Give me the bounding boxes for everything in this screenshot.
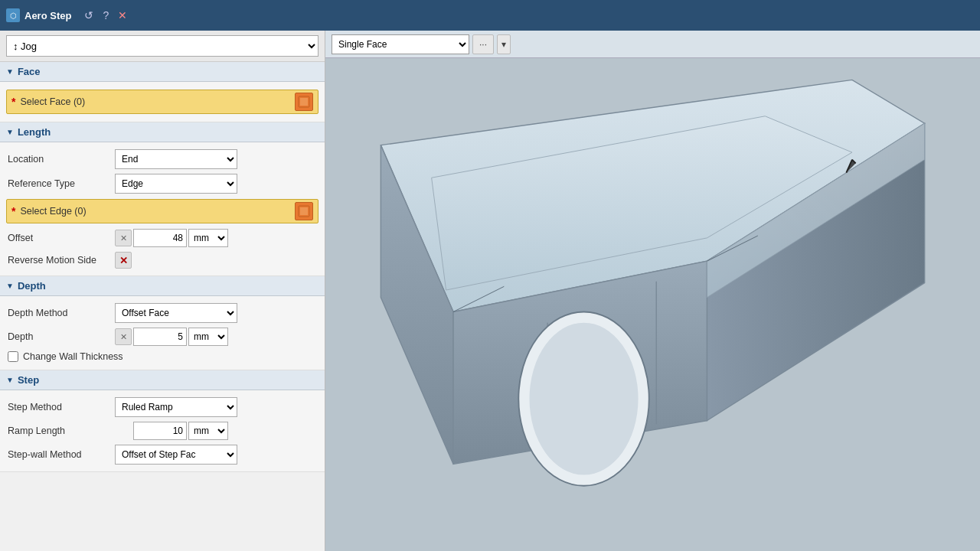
help-button[interactable]: ?	[99, 8, 113, 22]
reference-type-label: Reference Type	[8, 178, 115, 189]
ramp-length-unit-select[interactable]: mm cm in	[188, 422, 228, 440]
step-method-select[interactable]: Ruled Ramp Normal to Edge Tangent	[115, 397, 237, 417]
view-mode-select[interactable]: Single Face Top Front Right Isometric	[332, 34, 469, 54]
face-section-label: Face	[18, 66, 41, 77]
view-dropdown-button[interactable]: ▾	[497, 34, 511, 54]
required-star: *	[11, 96, 15, 108]
step-method-row: Step Method Ruled Ramp Normal to Edge Ta…	[0, 395, 325, 419]
window-title: Aero Step	[24, 10, 71, 21]
close-button[interactable]: ✕	[116, 8, 129, 22]
viewport-content	[325, 58, 980, 551]
depth-arrow-icon: ▼	[6, 282, 14, 290]
offset-row: Offset ✕ mm cm in	[0, 227, 325, 249]
change-wall-checkbox[interactable]	[8, 351, 18, 362]
select-edge-row[interactable]: * Select Edge (0)	[6, 199, 318, 223]
ramp-length-row: Ramp Length mm cm in	[0, 419, 325, 442]
viewport-toolbar: Single Face Top Front Right Isometric ··…	[325, 31, 980, 58]
length-section-content: Location End Start Middle Reference Type…	[0, 142, 325, 276]
depth-method-label: Depth Method	[8, 308, 115, 318]
change-wall-label: Change Wall Thickness	[23, 351, 123, 362]
depth-clear-button[interactable]: ✕	[115, 328, 132, 345]
depth-method-row: Depth Method Offset Face Through All Bli…	[0, 301, 325, 325]
depth-input-group: ✕ mm cm in	[115, 328, 228, 346]
depth-unit-select[interactable]: mm cm in	[188, 328, 228, 346]
ramp-length-input[interactable]	[133, 422, 187, 440]
offset-input-group: ✕ mm cm in	[115, 229, 228, 247]
reference-type-row: Reference Type Edge Face Plane	[0, 171, 325, 196]
face-arrow-icon: ▼	[6, 67, 14, 76]
3d-shape-svg	[325, 58, 980, 551]
face-section-content: * Select Face (0)	[0, 82, 325, 122]
svg-rect-3	[300, 207, 308, 215]
edge-required-star: *	[11, 205, 15, 217]
reference-type-select[interactable]: Edge Face Plane	[115, 174, 237, 194]
svg-point-12	[530, 323, 639, 475]
svg-rect-1	[300, 98, 308, 106]
depth-row: Depth ✕ mm cm in	[0, 325, 325, 348]
offset-clear-button[interactable]: ✕	[115, 230, 132, 246]
select-edge-label: Select Edge (0)	[20, 206, 290, 217]
jog-row: ↕ Jog	[0, 31, 325, 62]
title-bar: ⬡ Aero Step ↺ ? ✕	[0, 0, 980, 31]
depth-section-header[interactable]: ▼ Depth	[0, 276, 325, 296]
offset-unit-select[interactable]: mm cm in	[188, 229, 228, 247]
location-select[interactable]: End Start Middle	[115, 149, 237, 169]
ramp-length-input-group: mm cm in	[115, 422, 228, 440]
step-section-content: Step Method Ruled Ramp Normal to Edge Ta…	[0, 390, 325, 472]
edge-selector-icon[interactable]	[295, 202, 313, 220]
change-wall-row: Change Wall Thickness	[0, 348, 325, 365]
step-arrow-icon: ▼	[6, 376, 14, 384]
more-options-button[interactable]: ···	[472, 34, 494, 54]
viewport[interactable]: Single Face Top Front Right Isometric ··…	[325, 31, 980, 551]
reverse-motion-label: Reverse Motion Side	[8, 255, 115, 266]
step-section-header[interactable]: ▼ Step	[0, 370, 325, 390]
depth-input[interactable]	[133, 328, 187, 346]
depth-section-label: Depth	[18, 280, 46, 292]
reset-button[interactable]: ↺	[82, 8, 96, 22]
location-label: Location	[8, 154, 115, 165]
face-selector-icon[interactable]	[295, 93, 313, 111]
edge-icon-svg	[297, 204, 311, 218]
depth-method-select[interactable]: Offset Face Through All Blind	[115, 303, 237, 323]
ramp-length-label: Ramp Length	[8, 425, 115, 436]
select-face-label: Select Face (0)	[20, 96, 290, 107]
step-wall-method-label: Step-wall Method	[8, 449, 115, 460]
main-area: ↕ Jog ▼ Face * Select Face (0) ▼	[0, 31, 980, 551]
depth-label: Depth	[8, 331, 115, 342]
step-section-label: Step	[18, 374, 39, 386]
step-wall-method-select[interactable]: Offset of Step Fac Normal to Edge Tangen…	[115, 445, 237, 465]
length-section-header[interactable]: ▼ Length	[0, 122, 325, 142]
offset-input[interactable]	[133, 229, 187, 247]
depth-section-content: Depth Method Offset Face Through All Bli…	[0, 296, 325, 370]
window-icon: ⬡	[6, 8, 20, 22]
offset-label: Offset	[8, 233, 115, 243]
face-icon-svg	[297, 95, 311, 109]
jog-select[interactable]: ↕ Jog	[6, 35, 318, 57]
reverse-motion-checkbox[interactable]: ✕	[115, 252, 132, 269]
reverse-motion-row: Reverse Motion Side ✕	[0, 249, 325, 271]
select-face-row[interactable]: * Select Face (0)	[6, 90, 318, 114]
left-panel: ↕ Jog ▼ Face * Select Face (0) ▼	[0, 31, 325, 551]
location-row: Location End Start Middle	[0, 147, 325, 171]
step-wall-method-row: Step-wall Method Offset of Step Fac Norm…	[0, 442, 325, 467]
face-section-header[interactable]: ▼ Face	[0, 62, 325, 82]
length-arrow-icon: ▼	[6, 128, 14, 136]
window-controls: ↺ ? ✕	[82, 8, 129, 22]
step-method-label: Step Method	[8, 402, 115, 412]
length-section-label: Length	[18, 126, 51, 138]
